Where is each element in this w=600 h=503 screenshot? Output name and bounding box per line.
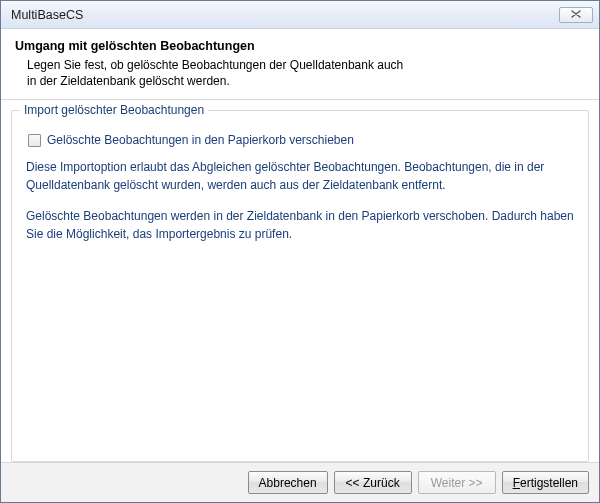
- info-paragraph-2: Gelöschte Beobachtungen werden in der Zi…: [26, 208, 574, 243]
- page-title: Umgang mit gelöschten Beobachtungen: [15, 39, 585, 53]
- import-deleted-groupbox: Import gelöschter Beobachtungen Gelöscht…: [11, 110, 589, 462]
- groupbox-legend: Import gelöschter Beobachtungen: [20, 103, 208, 117]
- cancel-button[interactable]: Abbrechen: [248, 471, 328, 494]
- desc-line-2: in der Zieldatenbank gelöscht werden.: [27, 74, 230, 88]
- next-button: Weiter >>: [418, 471, 496, 494]
- wizard-header: Umgang mit gelöschten Beobachtungen Lege…: [1, 29, 599, 100]
- dialog-window: MultiBaseCS Umgang mit gelöschten Beobac…: [0, 0, 600, 503]
- checkbox-icon: [28, 134, 41, 147]
- finish-button[interactable]: Fertigstellen: [502, 471, 589, 494]
- back-button-label: << Zurück: [346, 476, 400, 490]
- window-title: MultiBaseCS: [11, 8, 559, 22]
- wizard-body: Import gelöschter Beobachtungen Gelöscht…: [1, 100, 599, 462]
- wizard-footer: Abbrechen << Zurück Weiter >> Fertigstel…: [1, 462, 599, 502]
- titlebar: MultiBaseCS: [1, 1, 599, 29]
- page-description: Legen Sie fest, ob gelöschte Beobachtung…: [15, 57, 585, 89]
- info-paragraph-1: Diese Importoption erlaubt das Abgleiche…: [26, 159, 574, 194]
- next-button-label: Weiter >>: [431, 476, 483, 490]
- desc-line-1: Legen Sie fest, ob gelöschte Beobachtung…: [27, 58, 403, 72]
- finish-button-label: Fertigstellen: [513, 476, 578, 490]
- move-to-trash-checkbox[interactable]: Gelöschte Beobachtungen in den Papierkor…: [28, 133, 574, 147]
- back-button[interactable]: << Zurück: [334, 471, 412, 494]
- checkbox-label: Gelöschte Beobachtungen in den Papierkor…: [47, 133, 354, 147]
- close-icon: [571, 9, 581, 20]
- close-button[interactable]: [559, 7, 593, 23]
